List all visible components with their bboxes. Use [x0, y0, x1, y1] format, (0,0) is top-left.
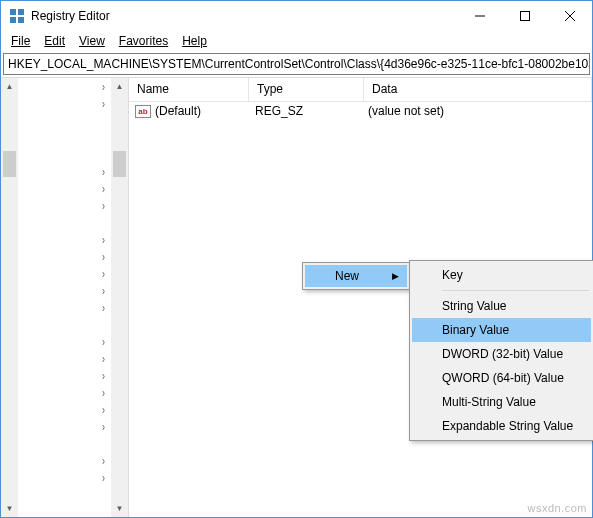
registry-editor-window: Registry Editor File Edit View Favorites…: [0, 0, 593, 518]
scroll-thumb[interactable]: [113, 151, 126, 177]
chevron-right-icon: ›: [102, 369, 105, 383]
tree-panel: ▲ ▼ › › › › › › ›: [1, 78, 129, 517]
tree-item[interactable]: ›: [71, 469, 111, 486]
context-menu-label: New: [335, 269, 359, 283]
chevron-right-icon: ›: [102, 471, 105, 485]
scroll-up-icon[interactable]: ▲: [111, 78, 128, 95]
context-menu: New ▶: [302, 262, 410, 290]
submenu-dword-value[interactable]: DWORD (32-bit) Value: [412, 342, 591, 366]
tree-item[interactable]: ›: [71, 452, 111, 469]
context-menu-new[interactable]: New ▶: [305, 265, 407, 287]
tree-item[interactable]: [71, 214, 111, 231]
submenu-key[interactable]: Key: [412, 263, 591, 287]
submenu-string-value[interactable]: String Value: [412, 294, 591, 318]
cell-name: (Default): [155, 104, 253, 118]
scroll-up-icon[interactable]: ▲: [1, 78, 18, 95]
chevron-right-icon: ›: [102, 386, 105, 400]
submenu-expandable-string-value[interactable]: Expandable String Value: [412, 414, 591, 438]
maximize-button[interactable]: [502, 1, 547, 31]
tree-item[interactable]: ›: [71, 163, 111, 180]
tree-item[interactable]: ›: [71, 265, 111, 282]
minimize-icon: [475, 11, 485, 21]
list-body[interactable]: ab (Default) REG_SZ (value not set) New …: [129, 102, 592, 517]
tree-scrollbar-right[interactable]: ▲ ▼: [111, 78, 128, 517]
list-header: Name Type Data: [129, 78, 592, 102]
tree-item[interactable]: [71, 316, 111, 333]
content-area: ▲ ▼ › › › › › › ›: [1, 77, 592, 517]
tree-item[interactable]: ›: [71, 418, 111, 435]
tree-item[interactable]: ›: [71, 299, 111, 316]
menu-separator: [442, 290, 589, 291]
chevron-right-icon: ›: [102, 182, 105, 196]
tree-body[interactable]: › › › › › › › › › › › › ›: [18, 78, 111, 517]
window-title: Registry Editor: [31, 9, 457, 23]
close-icon: [565, 11, 575, 21]
close-button[interactable]: [547, 1, 592, 31]
scroll-down-icon[interactable]: ▼: [1, 500, 18, 517]
tree-item[interactable]: [71, 112, 111, 129]
app-icon: [9, 8, 25, 24]
column-header-type[interactable]: Type: [249, 78, 364, 101]
tree-item[interactable]: ›: [71, 197, 111, 214]
submenu-qword-value[interactable]: QWORD (64-bit) Value: [412, 366, 591, 390]
menu-favorites[interactable]: Favorites: [113, 32, 174, 50]
scroll-thumb[interactable]: [3, 151, 16, 177]
svg-rect-1: [520, 12, 529, 21]
tree-item[interactable]: ›: [71, 282, 111, 299]
cell-type: REG_SZ: [253, 104, 368, 118]
tree-item[interactable]: ›: [71, 401, 111, 418]
context-submenu-new: Key String Value Binary Value DWORD (32-…: [409, 260, 593, 441]
menu-help[interactable]: Help: [176, 32, 213, 50]
menu-edit[interactable]: Edit: [38, 32, 71, 50]
tree-item[interactable]: ›: [71, 78, 111, 95]
tree-item[interactable]: ›: [71, 180, 111, 197]
list-row[interactable]: ab (Default) REG_SZ (value not set): [129, 102, 592, 120]
menu-view[interactable]: View: [73, 32, 111, 50]
address-text: HKEY_LOCAL_MACHINE\SYSTEM\CurrentControl…: [8, 57, 590, 71]
tree-item[interactable]: ›: [71, 367, 111, 384]
chevron-right-icon: ›: [102, 284, 105, 298]
tree-item[interactable]: ›: [71, 350, 111, 367]
column-header-data[interactable]: Data: [364, 78, 592, 101]
tree-item[interactable]: ›: [71, 231, 111, 248]
chevron-right-icon: ›: [102, 165, 105, 179]
tree-item[interactable]: [71, 146, 111, 163]
watermark: wsxdn.com: [527, 502, 587, 514]
chevron-right-icon: ›: [102, 420, 105, 434]
tree-item[interactable]: ›: [71, 333, 111, 350]
chevron-right-icon: ›: [102, 97, 105, 111]
tree-item[interactable]: ›: [71, 248, 111, 265]
chevron-right-icon: ›: [102, 352, 105, 366]
chevron-right-icon: ›: [102, 403, 105, 417]
submenu-binary-value[interactable]: Binary Value: [412, 318, 591, 342]
cell-data: (value not set): [368, 104, 592, 118]
tree-rows: › › › › › › › › › › › › ›: [71, 78, 111, 486]
chevron-right-icon: ›: [102, 267, 105, 281]
value-list-panel: Name Type Data ab (Default) REG_SZ (valu…: [129, 78, 592, 517]
titlebar[interactable]: Registry Editor: [1, 1, 592, 31]
string-value-icon: ab: [135, 105, 151, 118]
chevron-right-icon: ›: [102, 233, 105, 247]
column-header-name[interactable]: Name: [129, 78, 249, 101]
scroll-track[interactable]: [1, 95, 18, 500]
chevron-right-icon: ›: [102, 80, 105, 94]
address-bar[interactable]: HKEY_LOCAL_MACHINE\SYSTEM\CurrentControl…: [3, 53, 590, 75]
chevron-right-icon: ›: [102, 454, 105, 468]
menu-file[interactable]: File: [5, 32, 36, 50]
tree-scrollbar-left[interactable]: ▲ ▼: [1, 78, 18, 517]
tree-item[interactable]: ›: [71, 384, 111, 401]
maximize-icon: [520, 11, 530, 21]
menubar: File Edit View Favorites Help: [1, 31, 592, 51]
tree-item[interactable]: [71, 435, 111, 452]
chevron-right-icon: ▶: [392, 271, 399, 281]
minimize-button[interactable]: [457, 1, 502, 31]
chevron-right-icon: ›: [102, 199, 105, 213]
tree-item[interactable]: ›: [71, 95, 111, 112]
chevron-right-icon: ›: [102, 301, 105, 315]
scroll-track[interactable]: [111, 95, 128, 500]
tree-item[interactable]: [71, 129, 111, 146]
scroll-down-icon[interactable]: ▼: [111, 500, 128, 517]
window-controls: [457, 1, 592, 31]
chevron-right-icon: ›: [102, 250, 105, 264]
submenu-multistring-value[interactable]: Multi-String Value: [412, 390, 591, 414]
